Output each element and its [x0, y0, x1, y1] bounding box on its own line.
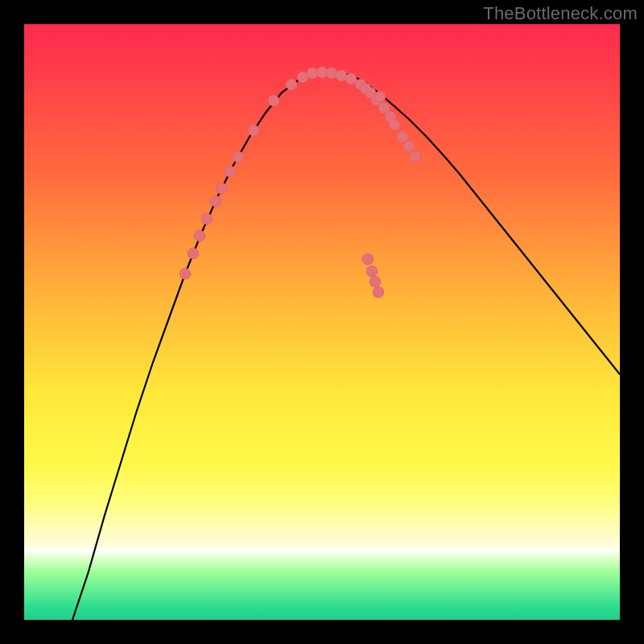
- data-point: [410, 151, 421, 163]
- data-point: [268, 95, 279, 106]
- data-point: [188, 248, 199, 259]
- data-point: [389, 119, 400, 130]
- data-point: [201, 213, 213, 225]
- marker-group: [180, 67, 421, 298]
- data-point: [366, 266, 378, 277]
- data-point: [403, 141, 415, 152]
- data-point: [373, 287, 384, 298]
- data-point: [397, 131, 408, 142]
- data-point: [248, 125, 259, 136]
- data-point: [326, 68, 337, 79]
- data-point: [360, 83, 371, 94]
- data-point: [194, 230, 205, 242]
- data-point: [362, 254, 374, 265]
- data-point: [345, 73, 357, 85]
- data-point: [233, 151, 244, 163]
- plot-area: [24, 24, 620, 620]
- data-point: [216, 183, 227, 194]
- data-point: [369, 276, 381, 287]
- data-point: [286, 79, 297, 90]
- chart-frame: TheBottleneck.com: [0, 0, 644, 644]
- watermark-text: TheBottleneck.com: [483, 3, 638, 24]
- bottleneck-curve: [72, 72, 620, 620]
- curve-layer: [24, 24, 620, 620]
- data-point: [210, 196, 221, 207]
- data-point: [225, 166, 236, 177]
- data-point: [180, 268, 191, 279]
- data-point: [374, 91, 386, 102]
